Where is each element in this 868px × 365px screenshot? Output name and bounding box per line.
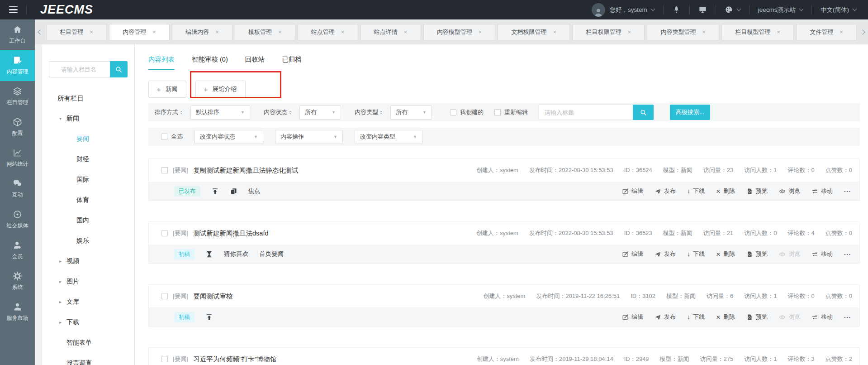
title-search-input[interactable]: [539, 105, 633, 120]
add-exhibition-button[interactable]: + 展馆介绍: [195, 81, 246, 98]
tree-node-xiazai[interactable]: ▸下载: [42, 312, 134, 332]
browse-action[interactable]: 浏览: [779, 187, 800, 195]
preview-action[interactable]: 预览: [746, 250, 768, 258]
theme-menu[interactable]: [725, 5, 740, 14]
tree-node-tupian[interactable]: ▸图片: [42, 271, 134, 292]
tree-node-all-columns[interactable]: 所有栏目: [42, 88, 134, 108]
tabs-scroll-right-icon[interactable]: [859, 30, 866, 34]
tree-node-yaowen[interactable]: 要闻: [42, 129, 134, 149]
site-selector[interactable]: jeecms演示站: [758, 6, 803, 14]
window-tab-content-type-mgmt[interactable]: 内容类型管理×: [647, 24, 719, 40]
tab-archived[interactable]: 已归档: [282, 55, 302, 70]
edit-action[interactable]: 编辑: [622, 187, 643, 195]
sidebar-item-social[interactable]: 社交媒体: [0, 204, 35, 235]
tree-node-toupiao-diaocha[interactable]: 投票调查: [42, 353, 134, 365]
move-action[interactable]: 移动: [811, 187, 833, 195]
column-search-input[interactable]: [49, 61, 110, 77]
tree-expand-icon[interactable]: ▾: [59, 116, 66, 121]
preview-action[interactable]: 预览: [746, 313, 768, 321]
rocket-icon[interactable]: [672, 5, 681, 14]
window-tab-site-mgmt[interactable]: 站点管理×: [298, 24, 358, 40]
row-checkbox[interactable]: [161, 356, 168, 362]
sidebar-item-market[interactable]: 服务市场: [0, 297, 35, 327]
reedit-checkbox[interactable]: [494, 109, 501, 115]
window-tab-column-mgmt[interactable]: 栏目管理×: [46, 24, 107, 40]
offline-action[interactable]: ↓下线: [687, 250, 705, 258]
more-actions[interactable]: ···: [844, 251, 851, 258]
tree-node-shipin[interactable]: ▸视频: [42, 251, 134, 271]
mine-checkbox[interactable]: [450, 109, 456, 115]
tab-close-icon[interactable]: ×: [278, 29, 282, 35]
tab-close-icon[interactable]: ×: [777, 29, 780, 35]
tree-collapse-icon[interactable]: ▸: [59, 320, 66, 325]
edit-action[interactable]: 编辑: [622, 313, 643, 321]
tree-collapse-icon[interactable]: ▸: [59, 299, 66, 304]
tab-close-icon[interactable]: ×: [702, 29, 706, 35]
row-title[interactable]: 习近平为何频频“打卡”博物馆: [194, 355, 277, 364]
tree-node-tiyu[interactable]: 体育: [42, 190, 134, 210]
sidebar-item-workbench[interactable]: 工作台: [0, 19, 35, 50]
sort-select[interactable]: 默认排序▼: [190, 106, 250, 120]
monitor-icon[interactable]: [698, 5, 707, 14]
delete-action[interactable]: ×删除: [716, 313, 735, 321]
advanced-search-button[interactable]: 高级搜索...: [670, 105, 710, 120]
tab-close-icon[interactable]: ×: [215, 29, 219, 35]
tree-node-zhineng-biaodan[interactable]: 智能表单: [42, 332, 134, 353]
more-actions[interactable]: ···: [844, 188, 851, 195]
move-action[interactable]: 移动: [811, 250, 833, 258]
sidebar-item-members[interactable]: 会员: [0, 235, 35, 266]
tab-close-icon[interactable]: ×: [341, 29, 345, 35]
sidebar-item-stats[interactable]: 网站统计: [0, 143, 35, 173]
sidebar-item-content[interactable]: 内容管理: [0, 50, 35, 81]
tabs-scroll-left-icon[interactable]: [37, 30, 44, 34]
window-tab-edit-content[interactable]: 编辑内容×: [172, 24, 232, 40]
status-select[interactable]: 所有▼: [299, 106, 341, 120]
publish-action[interactable]: 发布: [655, 313, 676, 321]
select-all-checkbox[interactable]: [161, 134, 167, 140]
tree-node-guoji[interactable]: 国际: [42, 169, 134, 190]
tab-smart-review[interactable]: 智能审核 (0): [192, 55, 228, 70]
title-search-button[interactable]: [633, 105, 654, 120]
window-tab-template-mgmt[interactable]: 模板管理×: [235, 24, 295, 40]
tab-close-icon[interactable]: ×: [628, 29, 631, 35]
window-tab-doc-permission-mgmt[interactable]: 文档权限管理×: [498, 24, 570, 40]
window-tab-content-mgmt[interactable]: 内容管理×: [109, 24, 170, 40]
row-title[interactable]: 测试新建新闻撒旦法dsafd: [194, 229, 269, 238]
column-search-button[interactable]: [110, 61, 128, 77]
tree-node-yule[interactable]: 娱乐: [42, 231, 134, 251]
tab-close-icon[interactable]: ×: [152, 29, 156, 35]
add-news-button[interactable]: + 新闻: [148, 81, 186, 98]
sidebar-item-system[interactable]: 系统: [0, 266, 35, 297]
sidebar-item-interaction[interactable]: 互动: [0, 173, 35, 204]
publish-action[interactable]: 发布: [655, 250, 676, 258]
window-tab-content-model-mgmt[interactable]: 内容模型管理×: [423, 24, 496, 40]
row-checkbox[interactable]: [161, 230, 168, 236]
delete-action[interactable]: ×删除: [716, 187, 735, 195]
row-checkbox[interactable]: [161, 293, 168, 299]
tab-close-icon[interactable]: ×: [404, 29, 408, 35]
tree-node-guonei[interactable]: 国内: [42, 210, 134, 231]
type-select[interactable]: 所有▼: [390, 106, 432, 120]
offline-action[interactable]: ↓下线: [687, 313, 705, 321]
tab-content-list[interactable]: 内容列表: [148, 55, 175, 70]
edit-action[interactable]: 编辑: [622, 250, 643, 258]
row-checkbox[interactable]: [161, 167, 168, 173]
preview-action[interactable]: 预览: [746, 187, 768, 195]
change-type-select[interactable]: 改变内容类型▼: [355, 130, 422, 144]
row-title[interactable]: 要闻测试审核: [194, 292, 233, 301]
window-tab-column-permission-mgmt[interactable]: 栏目权限管理×: [572, 24, 645, 40]
sidebar-item-config[interactable]: 配置: [0, 112, 35, 143]
tree-collapse-icon[interactable]: ▸: [59, 259, 66, 264]
window-tab-column-model-mgmt[interactable]: 栏目模型管理×: [721, 24, 794, 40]
delete-action[interactable]: ×删除: [716, 250, 735, 258]
tree-node-caijing[interactable]: 财经: [42, 149, 134, 169]
offline-action[interactable]: ↓下线: [687, 187, 705, 195]
tree-node-wenku[interactable]: ▸文库: [42, 292, 134, 312]
tab-close-icon[interactable]: ×: [90, 29, 93, 35]
more-actions[interactable]: ···: [844, 314, 851, 321]
move-action[interactable]: 移动: [811, 313, 833, 321]
row-title[interactable]: 复制测试新建新闻撒旦法静态化测试: [194, 166, 299, 175]
tree-node-news[interactable]: ▾新闻: [42, 108, 134, 129]
tab-recycle-bin[interactable]: 回收站: [245, 55, 265, 70]
tab-close-icon[interactable]: ×: [553, 29, 557, 35]
